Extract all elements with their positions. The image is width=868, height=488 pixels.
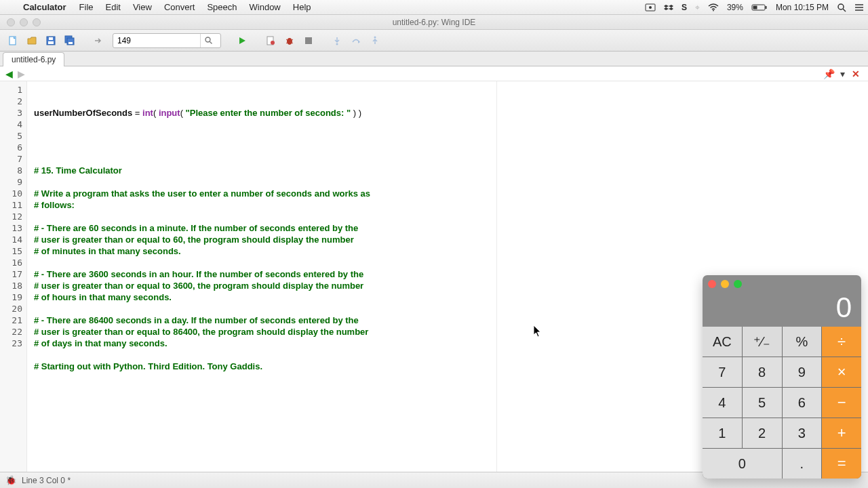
screencast-icon[interactable] — [641, 3, 660, 12]
calc-keypad: AC ⁺⁄₋ % ÷ 7 8 9 × 4 5 6 − 1 2 3 + 0 . = — [703, 327, 861, 479]
svg-marker-24 — [239, 37, 245, 44]
skype-icon[interactable]: S — [677, 3, 691, 12]
search-icon[interactable] — [200, 34, 216, 47]
svg-marker-4 — [664, 7, 669, 10]
key-equals[interactable]: = — [822, 449, 861, 479]
step-over-button[interactable] — [349, 33, 363, 48]
app-name[interactable]: Calculator — [16, 2, 73, 12]
save-all-button[interactable] — [62, 33, 77, 48]
goto-line-button[interactable] — [91, 33, 106, 48]
nav-forward-icon[interactable]: ▶ — [18, 68, 30, 79]
open-file-button[interactable] — [24, 33, 39, 48]
battery-percent: 39% — [723, 3, 747, 12]
svg-rect-8 — [753, 5, 757, 9]
svg-point-26 — [271, 41, 275, 45]
calculator-window[interactable]: 0 AC ⁺⁄₋ % ÷ 7 8 9 × 4 5 6 − 1 2 3 + 0 .… — [703, 275, 861, 479]
svg-marker-2 — [664, 5, 669, 7]
menu-edit[interactable]: Edit — [100, 2, 127, 12]
key-ac[interactable]: AC — [703, 327, 742, 357]
column-ruler — [496, 81, 497, 472]
key-decimal[interactable]: . — [783, 449, 822, 479]
macos-menubar: Calculator File Edit View Convert Speech… — [0, 0, 868, 15]
svg-marker-5 — [669, 7, 673, 10]
step-into-button[interactable] — [330, 33, 344, 48]
menu-view[interactable]: View — [127, 2, 158, 12]
key-2[interactable]: 2 — [743, 418, 782, 448]
search-input[interactable] — [113, 34, 200, 47]
svg-rect-21 — [68, 42, 73, 44]
spotlight-icon[interactable] — [833, 3, 850, 12]
menu-window[interactable]: Window — [243, 2, 287, 12]
svg-point-35 — [374, 36, 376, 38]
key-9[interactable]: 9 — [783, 357, 822, 387]
bluetooth-icon[interactable]: ⌖ — [691, 3, 704, 12]
key-plusminus[interactable]: ⁺⁄₋ — [743, 327, 782, 357]
key-0[interactable]: 0 — [703, 449, 782, 479]
svg-point-1 — [649, 6, 652, 9]
clock[interactable]: Mon 10:15 PM — [772, 3, 833, 12]
svg-line-11 — [843, 9, 846, 12]
svg-point-27 — [287, 38, 292, 45]
key-6[interactable]: 6 — [783, 388, 822, 418]
svg-rect-18 — [49, 37, 53, 40]
tab-untitled6[interactable]: untitled-6.py — [3, 52, 64, 66]
menu-speech[interactable]: Speech — [201, 2, 243, 12]
notification-center-icon[interactable] — [850, 3, 868, 12]
run-button[interactable] — [235, 33, 250, 48]
menu-convert[interactable]: Convert — [158, 2, 201, 12]
dropbox-icon[interactable] — [660, 3, 677, 12]
ide-toolbar — [0, 30, 868, 52]
svg-point-33 — [336, 43, 338, 45]
key-1[interactable]: 1 — [703, 418, 742, 448]
search-box[interactable] — [113, 33, 221, 48]
calc-display: 0 — [703, 293, 861, 327]
svg-point-6 — [713, 9, 714, 11]
menu-help[interactable]: Help — [287, 2, 317, 12]
svg-rect-32 — [305, 37, 312, 44]
calc-titlebar[interactable] — [703, 275, 861, 293]
key-add[interactable]: + — [822, 418, 861, 448]
editor-navrow: ◀ ▶ 📌 ▾ ✕ — [0, 66, 868, 81]
window-title: untitled-6.py: Wing IDE — [0, 18, 868, 27]
svg-rect-9 — [765, 6, 766, 9]
key-7[interactable]: 7 — [703, 357, 742, 387]
new-file-button[interactable] — [5, 33, 20, 48]
key-3[interactable]: 3 — [783, 418, 822, 448]
wifi-icon[interactable] — [704, 3, 723, 12]
key-subtract[interactable]: − — [822, 388, 861, 418]
key-divide[interactable]: ÷ — [822, 327, 861, 357]
debug-file-button[interactable] — [263, 33, 278, 48]
line-gutter: 1 2 3 4 5 6 7 8 9 10 11 12 13 14 15 16 1… — [0, 81, 27, 472]
save-file-button[interactable] — [43, 33, 58, 48]
nav-back-icon[interactable]: ◀ — [5, 68, 18, 79]
mouse-cursor-icon — [534, 325, 542, 338]
key-8[interactable]: 8 — [743, 357, 782, 387]
window-titlebar: untitled-6.py: Wing IDE — [0, 15, 868, 30]
calc-minimize[interactable] — [721, 280, 729, 288]
chevron-down-icon[interactable]: ▾ — [835, 68, 849, 79]
status-bug-icon[interactable]: 🐞 — [5, 475, 16, 485]
stop-button[interactable] — [301, 33, 316, 48]
calc-zoom[interactable] — [734, 280, 742, 288]
close-tab-icon[interactable]: ✕ — [849, 68, 863, 79]
editor-tabstrip: untitled-6.py — [0, 52, 868, 66]
status-text: Line 3 Col 0 * — [22, 476, 71, 485]
svg-point-22 — [205, 37, 210, 42]
step-out-button[interactable] — [368, 33, 382, 48]
pin-icon[interactable]: 📌 — [822, 68, 835, 79]
svg-line-23 — [210, 41, 212, 43]
menu-file[interactable]: File — [73, 2, 100, 12]
svg-point-10 — [838, 4, 844, 9]
key-percent[interactable]: % — [783, 327, 822, 357]
key-4[interactable]: 4 — [703, 388, 742, 418]
debug-button[interactable] — [282, 33, 297, 48]
battery-icon[interactable] — [747, 3, 772, 12]
svg-rect-17 — [48, 41, 54, 44]
svg-marker-3 — [669, 5, 673, 7]
key-multiply[interactable]: × — [822, 357, 861, 387]
calc-close[interactable] — [708, 280, 716, 288]
key-5[interactable]: 5 — [743, 388, 782, 418]
